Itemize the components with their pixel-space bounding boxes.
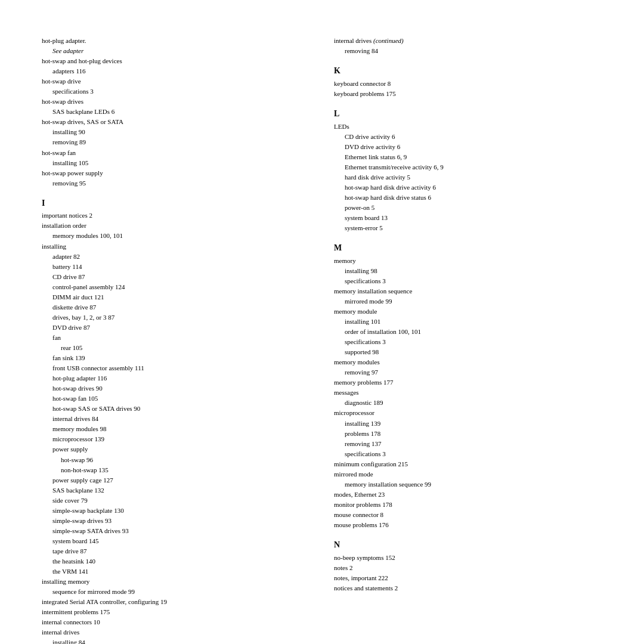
index-entry: internal drives 84 bbox=[42, 414, 310, 424]
index-entry: removing 97 bbox=[334, 367, 602, 377]
index-entry: the heatsink 140 bbox=[42, 556, 310, 566]
index-entry: hard disk drive activity 5 bbox=[334, 172, 602, 182]
index-entry: DVD drive 87 bbox=[42, 323, 310, 333]
index-entry: drives, bay 1, 2, or 3 87 bbox=[42, 312, 310, 323]
index-entry: system board 145 bbox=[42, 536, 310, 546]
index-entry: DVD drive activity 6 bbox=[334, 142, 602, 152]
index-entry: microprocessor bbox=[334, 408, 602, 418]
index-entry: N bbox=[334, 538, 602, 552]
index-entry: keyboard connector 8 bbox=[334, 79, 602, 89]
index-entry: SAS backplane 132 bbox=[42, 485, 310, 496]
index-entry: SAS backplane LEDs 6 bbox=[42, 107, 310, 117]
index-entry: diagnostic 189 bbox=[334, 398, 602, 408]
index-entry: LEDs bbox=[334, 122, 602, 132]
index-entry: hot-swap drive bbox=[42, 76, 310, 86]
index-entry: hot-swap fan 105 bbox=[42, 394, 310, 404]
index-entry: adapter 82 bbox=[42, 252, 310, 262]
index-entry: side cover 79 bbox=[42, 496, 310, 506]
index-entry: system-error 5 bbox=[334, 223, 602, 233]
index-entry: specifications 3 bbox=[42, 86, 310, 97]
index-entry: K bbox=[334, 64, 602, 78]
index-entry: mouse connector 8 bbox=[334, 510, 602, 520]
index-entry: non-hot-swap 135 bbox=[42, 465, 310, 475]
index-entry: adapters 116 bbox=[42, 66, 310, 76]
index-entry: notes, important 222 bbox=[334, 573, 602, 583]
index-entry: hot-swap drives 90 bbox=[42, 383, 310, 394]
left-column: hot-plug adapter.See adapterhot-swap and… bbox=[42, 36, 310, 644]
index-entry: hot-plug adapter. bbox=[42, 36, 310, 46]
index-entry: hot-swap fan bbox=[42, 148, 310, 158]
index-entry: memory installation sequence 99 bbox=[334, 479, 602, 490]
index-entry: installing memory bbox=[42, 577, 310, 587]
index-entry: hot-plug adapter 116 bbox=[42, 373, 310, 383]
index-entry: memory modules 98 bbox=[42, 424, 310, 434]
index-entry: keyboard problems 175 bbox=[334, 89, 602, 99]
index-entry: installing 105 bbox=[42, 158, 310, 168]
index-entry: hot-swap hard disk drive activity 6 bbox=[334, 182, 602, 193]
index-entry: specifications 3 bbox=[334, 337, 602, 347]
index-entry: simple-swap SATA drives 93 bbox=[42, 526, 310, 536]
index-entry: system board 13 bbox=[334, 213, 602, 223]
index-entry: supported 98 bbox=[334, 347, 602, 357]
index-entry: L bbox=[334, 107, 602, 120]
index-entry: power supply cage 127 bbox=[42, 475, 310, 485]
index-entry: memory installation sequence bbox=[334, 286, 602, 296]
index-entry: simple-swap backplate 130 bbox=[42, 506, 310, 516]
index-entry: internal drives bbox=[42, 627, 310, 637]
index-entry: installing 139 bbox=[334, 419, 602, 429]
index-entry: installing 98 bbox=[334, 266, 602, 276]
index-entry: diskette drive 87 bbox=[42, 302, 310, 312]
index-entry: hot-swap and hot-plug devices bbox=[42, 56, 310, 66]
index-entry: modes, Ethernet 23 bbox=[334, 490, 602, 500]
index-entry: hot-swap drives bbox=[42, 97, 310, 107]
index-entry: power-on 5 bbox=[334, 203, 602, 213]
page: hot-plug adapter.See adapterhot-swap and… bbox=[0, 0, 644, 644]
index-entry: order of installation 100, 101 bbox=[334, 327, 602, 337]
right-column: internal drives (continued)removing 84Kk… bbox=[334, 36, 602, 644]
index-entry: specifications 3 bbox=[334, 449, 602, 459]
index-entry: DIMM air duct 121 bbox=[42, 292, 310, 302]
index-entry: battery 114 bbox=[42, 262, 310, 272]
index-entry: power supply bbox=[42, 444, 310, 454]
index-entry: hot-swap SAS or SATA drives 90 bbox=[42, 404, 310, 414]
index-entry: hot-swap hard disk drive status 6 bbox=[334, 193, 602, 203]
index-entry: sequence for mirrored mode 99 bbox=[42, 587, 310, 597]
index-entry: fan sink 139 bbox=[42, 353, 310, 363]
index-entry: rear 105 bbox=[42, 343, 310, 353]
index-entry: intermittent problems 175 bbox=[42, 607, 310, 617]
index-entry: internal drives (continued) bbox=[334, 36, 602, 46]
index-entry: installation order bbox=[42, 221, 310, 231]
index-entry: hot-swap 96 bbox=[42, 455, 310, 465]
index-entry: Ethernet transmit/receive activity 6, 9 bbox=[334, 162, 602, 172]
index-entry: Ethernet link status 6, 9 bbox=[334, 152, 602, 162]
index-entry: M bbox=[334, 242, 602, 255]
index-entry: CD drive activity 6 bbox=[334, 132, 602, 142]
index-entry: microprocessor 139 bbox=[42, 434, 310, 444]
index-entry: removing 137 bbox=[334, 439, 602, 449]
index-entry: installing 101 bbox=[334, 317, 602, 327]
index-entry: removing 95 bbox=[42, 178, 310, 188]
index-entry: the VRM 141 bbox=[42, 566, 310, 577]
index-entry: See adapter bbox=[42, 46, 310, 56]
index-entry: notices and statements 2 bbox=[334, 583, 602, 593]
index-entry: minimum configuration 215 bbox=[334, 459, 602, 469]
index-entry: messages bbox=[334, 388, 602, 398]
index-entry: installing 84 bbox=[42, 637, 310, 644]
index-entry: monitor problems 178 bbox=[334, 500, 602, 510]
index-entry: memory bbox=[334, 256, 602, 266]
index-entry: fan bbox=[42, 333, 310, 343]
index-entry: problems 178 bbox=[334, 429, 602, 439]
index-entry: memory modules bbox=[334, 357, 602, 367]
index-entry: control-panel assembly 124 bbox=[42, 282, 310, 292]
index-entry: installing 90 bbox=[42, 127, 310, 137]
index-entry: internal connectors 10 bbox=[42, 617, 310, 627]
index-entry: tape drive 87 bbox=[42, 546, 310, 556]
index-entry: important notices 2 bbox=[42, 210, 310, 221]
index-entry: notes 2 bbox=[334, 563, 602, 573]
index-entry: specifications 3 bbox=[334, 276, 602, 286]
index-columns: hot-plug adapter.See adapterhot-swap and… bbox=[42, 36, 602, 644]
index-entry: no-beep symptoms 152 bbox=[334, 553, 602, 563]
index-entry: memory modules 100, 101 bbox=[42, 231, 310, 241]
index-entry: memory module bbox=[334, 306, 602, 317]
index-entry: hot-swap drives, SAS or SATA bbox=[42, 117, 310, 127]
